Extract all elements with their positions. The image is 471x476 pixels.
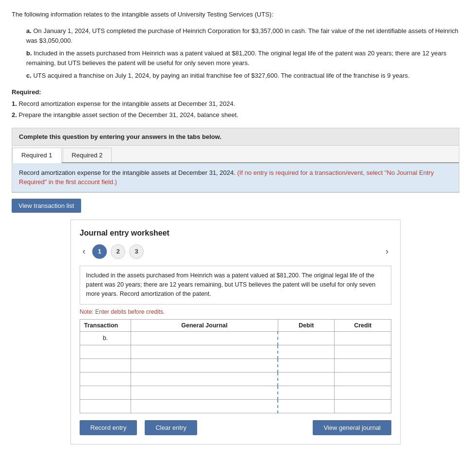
tab-content: Record amortization expense for the inta… bbox=[12, 163, 459, 192]
list-label-c: c. UTS acquired a franchise on July 1, 2… bbox=[26, 72, 410, 79]
row-3-gj-input[interactable] bbox=[131, 359, 278, 372]
list-item-c: c. UTS acquired a franchise on July 1, 2… bbox=[26, 71, 459, 81]
row-3-general-journal[interactable] bbox=[131, 358, 278, 372]
record-entry-button[interactable]: Record entry bbox=[80, 420, 137, 435]
row-6-debit-input[interactable] bbox=[278, 400, 334, 413]
row-3-transaction bbox=[80, 358, 131, 372]
row-5-credit-input[interactable] bbox=[335, 386, 391, 399]
row-2-debit-input[interactable] bbox=[278, 345, 334, 358]
list-label-a: a. On January 1, 2024, UTS completed the… bbox=[26, 27, 458, 44]
row-2-gj-input[interactable] bbox=[131, 345, 278, 358]
actions-row: Record entry Clear entry View general jo… bbox=[80, 420, 391, 435]
row-1-credit[interactable] bbox=[335, 331, 391, 345]
row-2-debit[interactable] bbox=[278, 345, 335, 358]
row-4-debit-input[interactable] bbox=[278, 373, 334, 386]
list-item-b: b. Included in the assets purchased from… bbox=[26, 49, 459, 68]
row-2-transaction bbox=[80, 345, 131, 358]
table-row: b. bbox=[80, 331, 391, 345]
row-2-credit-input[interactable] bbox=[335, 345, 391, 358]
row-1-credit-input[interactable] bbox=[335, 332, 391, 345]
row-2-general-journal[interactable] bbox=[131, 345, 278, 358]
table-row bbox=[80, 386, 391, 399]
row-6-gj-input[interactable] bbox=[131, 400, 278, 413]
note-text: Note: Enter debits before credits. bbox=[80, 308, 391, 315]
clear-entry-button[interactable]: Clear entry bbox=[145, 420, 197, 435]
next-page-button[interactable]: › bbox=[383, 245, 391, 257]
description-text: Included in the assets purchased from He… bbox=[86, 272, 375, 298]
row-5-gj-input[interactable] bbox=[131, 386, 278, 399]
row-5-credit[interactable] bbox=[335, 386, 391, 399]
intro-text: The following information relates to the… bbox=[12, 10, 459, 19]
row-1-debit[interactable] bbox=[278, 331, 335, 345]
page-1-button[interactable]: 1 bbox=[92, 244, 107, 259]
row-4-gj-input[interactable] bbox=[131, 373, 278, 386]
row-3-debit[interactable] bbox=[278, 358, 335, 372]
prev-page-button[interactable]: ‹ bbox=[80, 245, 88, 257]
row-6-debit[interactable] bbox=[278, 399, 335, 413]
journal-table: Transaction General Journal Debit Credit… bbox=[80, 319, 391, 413]
table-row bbox=[80, 358, 391, 372]
complete-box: Complete this question by entering your … bbox=[12, 128, 459, 146]
journal-worksheet: Journal entry worksheet ‹ 1 2 3 › Includ… bbox=[70, 220, 401, 444]
row-1-gj-input[interactable] bbox=[131, 332, 278, 345]
table-row bbox=[80, 372, 391, 386]
row-5-debit[interactable] bbox=[278, 386, 335, 399]
tab-required-2[interactable]: Required 2 bbox=[63, 148, 112, 162]
row-6-transaction bbox=[80, 399, 131, 413]
col-credit: Credit bbox=[335, 319, 391, 331]
required-title: Required: bbox=[12, 87, 459, 97]
list-item-a: a. On January 1, 2024, UTS completed the… bbox=[26, 26, 459, 46]
row-4-debit[interactable] bbox=[278, 372, 335, 386]
row-5-general-journal[interactable] bbox=[131, 386, 278, 399]
table-row bbox=[80, 399, 391, 413]
tab-main-text: Record amortization expense for the inta… bbox=[19, 169, 236, 176]
col-debit: Debit bbox=[278, 319, 335, 331]
col-general-journal: General Journal bbox=[131, 319, 278, 331]
row-4-general-journal[interactable] bbox=[131, 372, 278, 386]
required-item-2: 2. Prepare the intangible asset section … bbox=[12, 110, 459, 120]
nav-row: ‹ 1 2 3 › bbox=[80, 244, 391, 259]
view-transaction-list-button[interactable]: View transaction list bbox=[12, 199, 81, 213]
row-6-credit[interactable] bbox=[335, 399, 391, 413]
row-6-credit-input[interactable] bbox=[335, 400, 391, 413]
row-6-general-journal[interactable] bbox=[131, 399, 278, 413]
view-general-journal-button[interactable]: View general journal bbox=[313, 420, 391, 435]
row-1-general-journal[interactable] bbox=[131, 331, 278, 345]
table-row bbox=[80, 345, 391, 358]
list-label-b: b. Included in the assets purchased from… bbox=[26, 50, 447, 67]
page-2-button[interactable]: 2 bbox=[111, 244, 125, 259]
description-box: Included in the assets purchased from He… bbox=[80, 266, 391, 305]
row-3-credit[interactable] bbox=[335, 358, 391, 372]
journal-title: Journal entry worksheet bbox=[80, 229, 391, 238]
tab-required-1[interactable]: Required 1 bbox=[12, 148, 62, 163]
row-4-credit[interactable] bbox=[335, 372, 391, 386]
required-item-1: 1. Record amortization expense for the i… bbox=[12, 99, 459, 109]
row-2-credit[interactable] bbox=[335, 345, 391, 358]
row-3-debit-input[interactable] bbox=[278, 359, 334, 372]
page-3-button[interactable]: 3 bbox=[129, 244, 144, 259]
row-5-debit-input[interactable] bbox=[278, 386, 334, 399]
col-transaction: Transaction bbox=[80, 319, 131, 331]
row-4-transaction bbox=[80, 372, 131, 386]
row-1-transaction: b. bbox=[80, 331, 131, 345]
row-5-transaction bbox=[80, 386, 131, 399]
row-4-credit-input[interactable] bbox=[335, 373, 391, 386]
row-3-credit-input[interactable] bbox=[335, 359, 391, 372]
tabs-row: Required 1 Required 2 bbox=[12, 146, 459, 163]
row-1-debit-input[interactable] bbox=[278, 332, 334, 345]
